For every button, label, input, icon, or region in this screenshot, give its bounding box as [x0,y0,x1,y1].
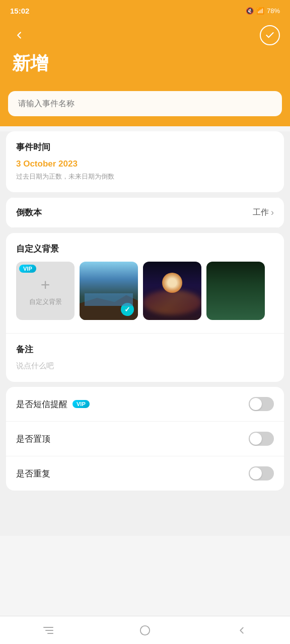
event-name-input[interactable] [8,91,282,116]
nav-back-icon[interactable] [227,620,257,640]
nav-home-icon[interactable] [130,620,160,640]
date-value[interactable]: 3 October 2023 [16,159,274,169]
title-area: 新增 [0,51,290,91]
repeat-toggle-switch[interactable] [249,466,274,480]
battery-text: 78% [267,7,280,15]
status-time: 15:02 [10,7,29,15]
back-button[interactable] [10,26,28,44]
sms-toggle-switch[interactable] [249,397,274,411]
status-icons: 🔇 📶 78% [246,7,280,15]
date-hint: 过去日期为正数，未来日期为倒数 [16,172,274,181]
background-card: 自定义背景 VIP + 自定义背景 备注 说 [6,233,284,382]
repeat-toggle-row: 是否重复 [6,456,284,491]
notes-placeholder[interactable]: 说点什么吧 [16,361,274,371]
notes-label: 备注 [16,344,274,355]
page-title: 新增 [12,51,278,76]
background-photo-3[interactable] [206,262,265,320]
pin-toggle-row: 是否置顶 [6,421,284,456]
vip-badge-custom: VIP [19,265,36,273]
custom-background-label: 自定义背景 [29,297,62,306]
notebook-label: 倒数本 [16,207,42,218]
confirm-button[interactable] [260,25,280,45]
background-photo-2[interactable] [143,262,201,320]
header [0,20,290,51]
notes-section: 备注 说点什么吧 [6,333,284,382]
background-images-row: VIP + 自定义背景 [16,262,274,322]
bottom-nav [0,616,290,644]
svg-point-3 [140,625,150,634]
notebook-card: 倒数本 工作 › [6,197,284,228]
status-bar: 15:02 🔇 📶 78% [0,0,290,20]
pin-toggle-label: 是否置顶 [16,433,50,445]
wifi-icon: 📶 [256,7,264,15]
selected-checkmark [121,303,134,316]
notebook-value-row: 工作 › [253,207,274,218]
toggles-card: 是否短信提醒 VIP 是否置顶 是否重复 [6,387,284,491]
sms-toggle-label: 是否短信提醒 [16,398,67,410]
pin-toggle-switch[interactable] [249,432,274,446]
pin-toggle-label-group: 是否置顶 [16,433,50,445]
main-content: 事件时间 3 October 2023 过去日期为正数，未来日期为倒数 倒数本 … [0,131,290,536]
custom-background-thumb[interactable]: VIP + 自定义背景 [16,262,75,320]
background-photo-1[interactable] [80,262,138,320]
notebook-value: 工作 [253,207,269,218]
event-time-card: 事件时间 3 October 2023 过去日期为正数，未来日期为倒数 [6,131,284,192]
vip-badge-sms: VIP [72,400,90,408]
sms-toggle-label-group: 是否短信提醒 VIP [16,398,90,410]
repeat-toggle-label: 是否重复 [16,468,50,479]
background-label: 自定义背景 [16,243,274,255]
add-icon: + [41,276,50,294]
repeat-toggle-label-group: 是否重复 [16,468,50,479]
mute-icon: 🔇 [246,7,254,15]
chevron-right-icon: › [271,207,274,218]
sms-toggle-row: 是否短信提醒 VIP [6,387,284,421]
nav-menu-icon[interactable] [33,620,63,640]
event-name-section [0,91,290,126]
event-time-label: 事件时间 [16,141,274,153]
notebook-row[interactable]: 倒数本 工作 › [6,197,284,228]
